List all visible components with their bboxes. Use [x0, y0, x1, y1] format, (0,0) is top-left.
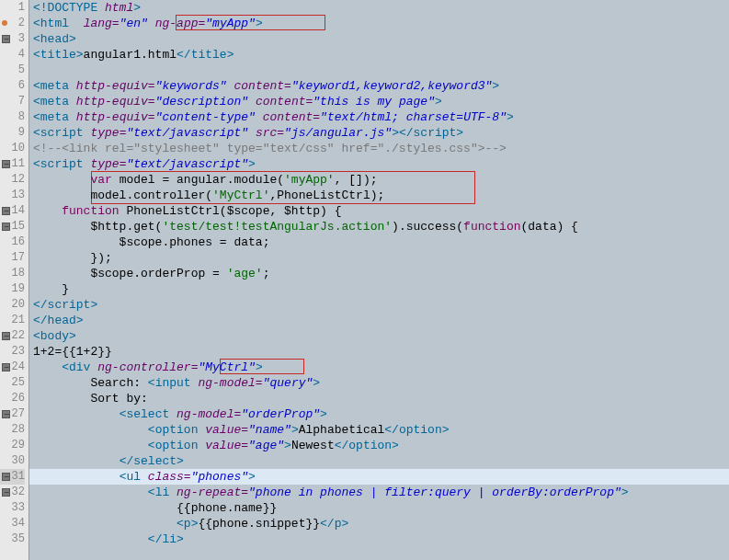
line-number[interactable]: 8 [0, 109, 25, 125]
code-token: 'MyCtrl' [212, 189, 269, 202]
line-number[interactable]: 7 [0, 94, 25, 109]
code-line[interactable]: Sort by: [29, 391, 729, 406]
line-number[interactable]: 30 [0, 453, 25, 469]
line-number[interactable]: 31 [0, 469, 25, 485]
line-number[interactable]: 16 [0, 234, 25, 250]
code-line[interactable]: </head> [29, 313, 729, 328]
line-number[interactable]: 26 [0, 391, 25, 406]
code-token: </option> [384, 423, 449, 437]
line-number[interactable]: 14 [0, 203, 25, 219]
fold-collapse-icon[interactable] [2, 363, 10, 371]
code-line[interactable]: {{phone.name}} [29, 500, 729, 516]
code-token: ng-model= [198, 376, 262, 390]
code-line[interactable]: </li> [29, 531, 729, 547]
code-token: "phones" [191, 470, 248, 484]
line-number[interactable]: 24 [0, 360, 25, 375]
line-number[interactable]: 4 [0, 47, 25, 63]
code-token: <title> [33, 48, 84, 62]
fold-collapse-icon[interactable] [2, 332, 10, 340]
line-number[interactable]: 19 [0, 281, 25, 297]
code-token: <p> [177, 517, 198, 531]
code-token: Alphabetical [299, 423, 385, 437]
line-number[interactable]: 5 [0, 63, 25, 78]
code-token [33, 204, 62, 218]
code-line[interactable]: $http.get('test/test!testAngularJs.actio… [29, 219, 729, 234]
line-number[interactable]: 3 [0, 31, 25, 47]
code-editor[interactable]: 1234567891011121314151617181920212223242… [0, 0, 729, 560]
line-number[interactable]: 20 [0, 297, 25, 313]
code-token: type= [90, 126, 126, 140]
code-token: > [133, 1, 141, 15]
code-line[interactable]: <meta http-equiv="description" content="… [29, 94, 729, 109]
code-line[interactable]: <ul class="phones"> [29, 469, 729, 485]
fold-collapse-icon[interactable] [2, 473, 10, 481]
fold-collapse-icon[interactable] [2, 35, 10, 43]
code-line[interactable]: 1+2={{1+2}} [29, 344, 729, 360]
code-line[interactable]: <!--<link rel="stylesheet" type="text/cs… [29, 141, 729, 156]
line-number[interactable]: 23 [0, 344, 25, 360]
code-line[interactable]: <!DOCTYPE html> [29, 0, 729, 16]
line-number[interactable]: 12 [0, 172, 25, 188]
code-line[interactable]: </​script> [29, 297, 729, 313]
code-line[interactable]: model.controller('MyCtrl',PhoneListCtrl)… [29, 188, 729, 203]
code-line[interactable]: <title>angular1.html</title> [29, 47, 729, 63]
line-number[interactable]: 28 [0, 422, 25, 438]
fold-collapse-icon[interactable] [2, 160, 10, 168]
code-line[interactable]: <option value="name">Alphabetical</optio… [29, 422, 729, 438]
code-line[interactable]: <li ng-repeat="phone in phones | filter:… [29, 485, 729, 500]
code-line[interactable]: <p>{{phone.snippet}}</p> [29, 516, 729, 531]
code-token: <meta [33, 95, 69, 109]
code-line[interactable]: } [29, 281, 729, 297]
code-line[interactable]: <body> [29, 328, 729, 344]
line-number[interactable]: 22 [0, 328, 25, 344]
line-number[interactable]: 35 [0, 531, 25, 547]
line-number-gutter[interactable]: 1234567891011121314151617181920212223242… [0, 0, 29, 560]
code-line[interactable] [29, 63, 729, 78]
code-line[interactable]: <meta http-equiv="content-type" content=… [29, 109, 729, 125]
code-token: "text/html; charset=UTF-8" [320, 110, 507, 124]
line-number[interactable]: 18 [0, 266, 25, 281]
fold-collapse-icon[interactable] [2, 410, 10, 418]
code-token: ng-app= [155, 17, 206, 30]
code-line[interactable]: </select> [29, 453, 729, 469]
code-line[interactable]: <html lang="en" ng-app="myApp"> [29, 16, 729, 31]
code-line[interactable]: Search: <input ng-model="query"> [29, 375, 729, 391]
line-number[interactable]: 6 [0, 78, 25, 94]
code-token: <html [33, 17, 69, 30]
code-line[interactable]: $scope.orderProp = 'age'; [29, 266, 729, 281]
code-token: <meta [33, 79, 69, 93]
line-number[interactable]: 27 [0, 406, 25, 422]
code-token: }); [33, 251, 112, 265]
breakpoint-icon[interactable] [2, 20, 7, 26]
code-line[interactable]: <script type="text/javascript"> [29, 156, 729, 172]
fold-collapse-icon[interactable] [2, 207, 10, 215]
code-line[interactable]: <option value="age">Newest</option> [29, 438, 729, 453]
code-line[interactable]: <select ng-model="orderProp"> [29, 406, 729, 422]
code-line[interactable]: <head> [29, 31, 729, 47]
fold-collapse-icon[interactable] [2, 223, 10, 231]
code-line[interactable]: function PhoneListCtrl($scope, $http) { [29, 203, 729, 219]
code-line[interactable]: $scope.phones = data; [29, 234, 729, 250]
line-number[interactable]: 29 [0, 438, 25, 453]
code-line[interactable]: <div ng-controller="MyCtrl"> [29, 360, 729, 375]
line-number[interactable]: 13 [0, 188, 25, 203]
line-number[interactable]: 21 [0, 313, 25, 328]
line-number[interactable]: 32 [0, 485, 25, 500]
line-number[interactable]: 2 [0, 16, 25, 31]
line-number[interactable]: 33 [0, 500, 25, 516]
line-number[interactable]: 1 [0, 0, 25, 16]
code-line[interactable]: <script type="text/javascript" src="js/a… [29, 125, 729, 141]
code-line[interactable]: var model = angular.module('myApp', []); [29, 172, 729, 188]
line-number[interactable]: 34 [0, 516, 25, 531]
line-number[interactable]: 17 [0, 250, 25, 266]
code-line[interactable]: }); [29, 250, 729, 266]
code-area[interactable]: <!DOCTYPE html><html lang="en" ng-app="m… [29, 0, 729, 560]
line-number[interactable]: 10 [0, 141, 25, 156]
code-token: </​script> [33, 298, 97, 312]
line-number[interactable]: 25 [0, 375, 25, 391]
fold-collapse-icon[interactable] [2, 488, 10, 497]
line-number[interactable]: 11 [0, 156, 25, 172]
line-number[interactable]: 9 [0, 125, 25, 141]
code-line[interactable]: <meta http-equiv="keywords" content="key… [29, 78, 729, 94]
line-number[interactable]: 15 [0, 219, 25, 234]
